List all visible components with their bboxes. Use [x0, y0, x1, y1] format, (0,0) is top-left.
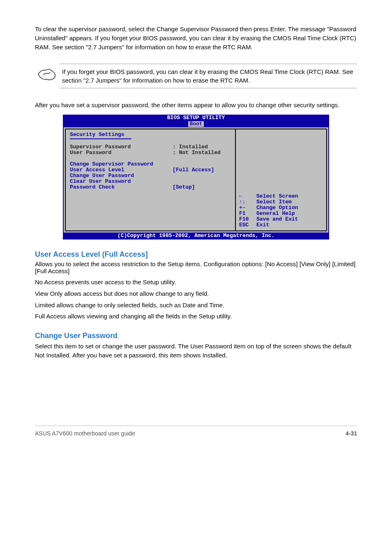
- help-row-f1: F1General Help: [239, 211, 323, 216]
- bios-row-pc[interactable]: Password Check [Setup]: [70, 184, 231, 190]
- arrow-left-icon: ←: [239, 193, 256, 199]
- plus-minus-icon: +-: [239, 205, 256, 211]
- bios-right-panel: ←Select Screen ↑↓Select Item +-Change Op…: [236, 129, 327, 231]
- after-note-paragraph: After you have set a supervisor password…: [35, 101, 357, 110]
- arrow-updown-icon: ↑↓: [239, 199, 256, 205]
- bios-ual-val[interactable]: [Full Access]: [173, 167, 214, 173]
- bios-userpwd-label: User Password: [70, 150, 173, 156]
- footer-left: ASUS A7V600 motherboard user guide: [35, 430, 135, 437]
- bios-suppwd-label: Supervisor Password: [70, 144, 173, 150]
- bios-chgsup-label[interactable]: Change Supervisor Password: [70, 161, 173, 167]
- esc-key-icon: ESC: [239, 222, 256, 228]
- bios-row-suppwd: Supervisor Password : Installed: [70, 144, 231, 150]
- help-row-esc: ESCExit: [239, 222, 323, 228]
- ual-limited: Limited allows change to only selected f…: [35, 301, 357, 310]
- bios-tab-row: Boot: [63, 121, 329, 127]
- note-block: If you forget your BIOS password, you ca…: [35, 64, 357, 88]
- bios-tab-boot[interactable]: Boot: [188, 121, 203, 127]
- after-note-p: After you have set a supervisor password…: [35, 101, 357, 110]
- bios-ual-label[interactable]: User Access Level: [70, 167, 173, 173]
- bios-copyright: (C)Copyright 1985-2002, American Megatre…: [63, 233, 329, 240]
- bios-title: BIOS SETUP UTILITY: [63, 115, 329, 121]
- help-row-item: ↑↓Select Item: [239, 199, 323, 205]
- ual-noaccess: No Access prevents user access to the Se…: [35, 278, 357, 287]
- help-select-screen: Select Screen: [256, 193, 298, 199]
- f1-key-icon: F1: [239, 211, 256, 216]
- bios-section-heading: Security Settings: [70, 132, 231, 138]
- help-row-screen: ←Select Screen: [239, 193, 323, 199]
- bios-row-clruser[interactable]: Clear User Password: [70, 179, 231, 184]
- help-save-exit: Save and Exit: [256, 216, 298, 222]
- ual-viewonly: View Only allows access but does not all…: [35, 289, 357, 298]
- bios-pc-val[interactable]: [Setup]: [173, 184, 195, 190]
- intro-paragraph: To clear the supervisor password, select…: [35, 25, 357, 51]
- help-exit: Exit: [256, 222, 269, 228]
- bios-pc-label[interactable]: Password Check: [70, 184, 173, 190]
- section-ual-title: User Access Level (Full Access]: [35, 250, 357, 259]
- bios-screenshot: BIOS SETUP UTILITY Boot Security Setting…: [63, 115, 329, 240]
- intro-p1: To clear the supervisor password, select…: [35, 25, 357, 51]
- section-cup-title: Change User Password: [35, 332, 357, 340]
- note-hand-icon: [35, 64, 60, 83]
- bios-userpwd-val: : Not Installed: [173, 150, 221, 156]
- note-text: If you forget your BIOS password, you ca…: [60, 64, 357, 88]
- footer-page-number: 4-31: [346, 430, 357, 437]
- bios-left-panel: Security Settings Supervisor Password : …: [65, 129, 236, 231]
- help-change-option: Change Option: [256, 205, 298, 211]
- help-row-change: +-Change Option: [239, 205, 323, 211]
- help-row-f10: F10Save and Exit: [239, 216, 323, 222]
- ual-fullaccess: Full Access allows viewing and changing …: [35, 312, 357, 321]
- help-select-item: Select Item: [256, 199, 292, 205]
- page-footer: ASUS A7V600 motherboard user guide 4-31: [35, 426, 357, 437]
- bios-row-userpwd: User Password : Not Installed: [70, 150, 231, 156]
- bios-row-ual[interactable]: User Access Level [Full Access]: [70, 167, 231, 173]
- bios-row-chgsup[interactable]: Change Supervisor Password: [70, 161, 231, 167]
- f10-key-icon: F10: [239, 216, 256, 222]
- section-ual-desc: Allows you to select the access restrict…: [35, 260, 357, 274]
- bios-row-chguser[interactable]: Change User Password: [70, 173, 231, 179]
- section-cup-desc: Select this item to set or change the us…: [35, 342, 357, 360]
- help-general-help: General Help: [256, 211, 295, 216]
- bios-chguser-label[interactable]: Change User Password: [70, 173, 173, 179]
- bios-suppwd-val: : Installed: [173, 144, 208, 150]
- bios-help-block: ←Select Screen ↑↓Select Item +-Change Op…: [239, 193, 323, 228]
- bios-clruser-label[interactable]: Clear User Password: [70, 179, 173, 184]
